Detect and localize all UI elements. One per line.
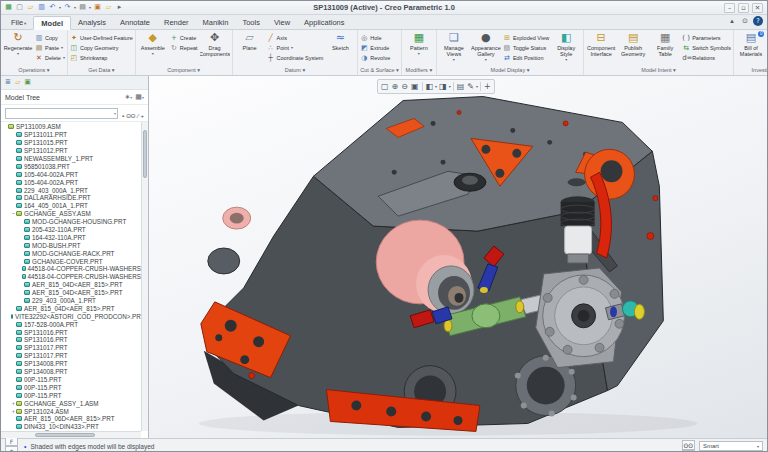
zoom-in-icon[interactable]: ⊕	[391, 81, 400, 92]
tree-columns-icon-arrow[interactable]: ▾	[142, 95, 144, 100]
revolve-button[interactable]: ◑Revolve	[360, 53, 390, 62]
print-icon-arrow[interactable]: ▾	[89, 5, 91, 10]
group-label-model-intent[interactable]: Model Intent ▾	[586, 66, 731, 75]
group-label-get-data[interactable]: Get Data ▾	[70, 66, 133, 75]
bill-of-materials-button[interactable]: ▤0Bill of Materials	[736, 31, 766, 64]
manage-views-button[interactable]: ❏Manage Views▾	[439, 31, 469, 64]
group-label-cut-surface[interactable]: Cut & Surface ▾	[360, 66, 399, 75]
tree-item[interactable]: SP131011.PRT	[1, 131, 141, 139]
tab-render[interactable]: Render	[157, 16, 196, 29]
annotation-display-icon[interactable]: ✎	[466, 81, 475, 92]
tree-item[interactable]: SP131015.PRT	[1, 139, 141, 147]
minimize-button[interactable]: –	[724, 3, 735, 13]
tree-item[interactable]: 157-528-000A.PRT	[1, 320, 141, 328]
appearance-gallery-button[interactable]: ●Appearance Gallery▾	[471, 31, 501, 64]
tree-item[interactable]: +GCHANGE_ASSY_1.ASM	[1, 399, 141, 407]
qat-overflow-icon[interactable]: ▸	[115, 3, 124, 12]
gearbox-model[interactable]	[199, 97, 697, 436]
tab-manikin[interactable]: Manikin	[196, 16, 236, 29]
toggle-status-button[interactable]: ▧Toggle Status	[503, 43, 549, 52]
tree-item[interactable]: MOD-GCHANGE-RACK.PRT	[1, 249, 141, 257]
tab-file[interactable]: File▾	[4, 16, 33, 29]
tree-item[interactable]: 00P-115.PRT	[1, 376, 141, 384]
tree-item[interactable]: +SP131024.ASM	[1, 407, 141, 415]
tree-item[interactable]: 105-404-002A.PRT	[1, 170, 141, 178]
tree-hscroll-thumb[interactable]	[35, 433, 95, 437]
delete-button[interactable]: ✕Delete▾	[35, 53, 65, 62]
3d-model-canvas[interactable]	[149, 76, 767, 438]
find-tool-icon[interactable]: ʘʘ	[682, 440, 695, 450]
tree-item[interactable]: 164-432-110A.PRT	[1, 233, 141, 241]
help-button[interactable]: ?	[753, 16, 763, 26]
favorites-icon[interactable]: ▣	[24, 78, 31, 87]
axis-button[interactable]: ╱Axis	[267, 33, 324, 42]
zoom-out-icon[interactable]: ⊖	[400, 81, 409, 92]
group-label-investigate[interactable]: Investigate ▾	[736, 66, 767, 75]
tree-item[interactable]: SP131012.PRT	[1, 147, 141, 155]
pattern-button[interactable]: ▦Pattern▾	[404, 31, 434, 64]
tree-item[interactable]: MOD-BUSH.PRT	[1, 241, 141, 249]
display-style-icon-arrow[interactable]: ▾	[435, 84, 437, 89]
tree-item[interactable]: AER_815_06D<AER_815>.PRT	[1, 415, 141, 423]
tree-item[interactable]: −GCHANGE_ASSY.ASM	[1, 210, 141, 218]
tree-item[interactable]: SP131016.PRT	[1, 328, 141, 336]
switch-symbols-button[interactable]: ⇆Switch Symbols	[682, 43, 731, 52]
tree-item[interactable]: GCHANGE-COVER.PRT	[1, 257, 141, 265]
command-search-button[interactable]: ⊙	[740, 16, 750, 26]
model-notifications-icon[interactable]: ✿	[5, 446, 18, 452]
copy-geometry-button[interactable]: ◫Copy Geometry	[70, 43, 133, 52]
tab-applications[interactable]: Applications	[297, 16, 351, 29]
sketch-button[interactable]: ≈Sketch	[325, 31, 355, 64]
redo-icon[interactable]: ↷	[63, 3, 72, 12]
open-file-icon[interactable]: ▱	[26, 3, 35, 12]
tree-item[interactable]: 205-432-110A.PRT	[1, 226, 141, 234]
find-options-icon[interactable]: ▪	[122, 113, 124, 119]
tree-item[interactable]: VITE32292<ASTORI_COD_PRODCON>.PRT	[1, 312, 141, 320]
paste-button[interactable]: ▤Paste▾	[35, 43, 65, 52]
undo-icon-arrow[interactable]: ▾	[59, 5, 61, 10]
refit-icon[interactable]: ▢	[380, 81, 390, 92]
tree-search-input[interactable]	[6, 110, 114, 117]
annotation-display-icon-arrow[interactable]: ▾	[476, 84, 478, 89]
tree-item[interactable]: SP134008.PRT	[1, 368, 141, 376]
tab-analysis[interactable]: Analysis	[71, 16, 113, 29]
tree-item[interactable]: 44518-04-COPPER-CRUSH-WASHERS	[1, 265, 141, 273]
expand-all-icon[interactable]: +	[140, 113, 144, 119]
repaint-icon[interactable]: ▣	[410, 81, 420, 92]
graphics-viewport[interactable]: ▢⊕⊖▣◧▾◨▾▤✎▾+	[149, 76, 767, 438]
tree-item[interactable]: 164_405_001A_1.PRT	[1, 202, 141, 210]
tree-item[interactable]: NEWASSEMBLY_1.PRT	[1, 155, 141, 163]
display-style-icon[interactable]: ◧	[425, 81, 435, 92]
group-label-operations[interactable]: Operations ▾	[3, 66, 65, 75]
shrinkwrap-button[interactable]: ◰Shrinkwrap	[70, 53, 133, 62]
regenerate-button[interactable]: ↻Regenerate▾	[3, 31, 33, 64]
parameters-button[interactable]: ( )Parameters	[682, 33, 731, 42]
tree-item[interactable]: SP131017.PRT	[1, 352, 141, 360]
publish-geometry-button[interactable]: ▤Publish Geometry	[618, 31, 648, 64]
maximize-button[interactable]: ▫	[738, 3, 749, 13]
tree-item[interactable]: SP131016.PRT	[1, 336, 141, 344]
relations-button[interactable]: d=Relations	[682, 53, 731, 62]
tree-item[interactable]: 105-404-002A.PRT	[1, 178, 141, 186]
tab-model[interactable]: Model	[33, 16, 71, 30]
undo-icon[interactable]: ↶	[48, 3, 57, 12]
tree-vertical-scrollbar[interactable]	[141, 122, 148, 431]
user-defined-feature-button[interactable]: ✦User-Defined Feature	[70, 33, 133, 42]
saved-orientations-icon-arrow[interactable]: ▾	[449, 84, 451, 89]
model-tree-toggle-icon[interactable]: ≣	[5, 78, 11, 87]
search-rules-icon[interactable]: ∕	[137, 113, 138, 119]
tree-item[interactable]: DALLARARHSIDE.PRT	[1, 194, 141, 202]
app-menu-icon[interactable]: ▦	[4, 3, 13, 12]
coordinate-system-button[interactable]: ┼Coordinate System	[267, 53, 324, 62]
folder-browser-icon[interactable]: ▱	[15, 78, 20, 87]
redo-icon-arrow[interactable]: ▾	[74, 5, 76, 10]
tree-item[interactable]: 00P-115.PRT	[1, 391, 141, 399]
view-manager-icon[interactable]: ▤	[456, 81, 466, 92]
tree-item[interactable]: MOD-GCHANGE-HOUSING.PRT	[1, 218, 141, 226]
tree-item[interactable]: 229_403_000A_1.PRT	[1, 297, 141, 305]
tree-filters-icon-arrow[interactable]: ▾	[130, 95, 132, 100]
print-icon[interactable]: ▤	[78, 3, 87, 12]
drag-components-button[interactable]: ✥Drag Components	[200, 31, 230, 64]
group-label-datum[interactable]: Datum ▾	[235, 66, 356, 75]
tree-search-dropdown-icon[interactable]: ▾	[114, 111, 117, 116]
